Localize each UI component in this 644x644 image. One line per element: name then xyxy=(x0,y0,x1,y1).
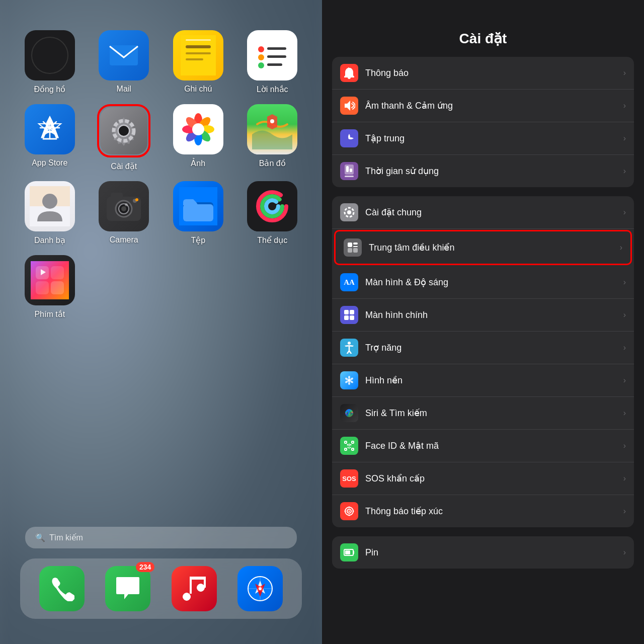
settings-siri[interactable]: Siri & Tìm kiếm › xyxy=(332,397,634,430)
svg-rect-65 xyxy=(51,281,64,294)
dock-phone[interactable] xyxy=(39,566,85,611)
app-shortcuts[interactable]: Phím tắt xyxy=(15,255,85,319)
svg-point-92 xyxy=(348,342,351,345)
settings-battery[interactable]: Pin › xyxy=(332,536,634,569)
svg-point-0 xyxy=(33,38,67,72)
general-icon xyxy=(340,203,358,221)
settings-highlight-border xyxy=(97,104,150,157)
app-clock[interactable]: 12 3 6 9 Đồng hồ xyxy=(15,30,85,94)
siri-label: Siri & Tìm kiếm xyxy=(365,408,623,419)
contact-tracing-chevron: › xyxy=(623,507,626,516)
svg-point-52 xyxy=(125,203,128,206)
settings-faceid[interactable]: Face ID & Mật mã › xyxy=(332,430,634,462)
battery-icon xyxy=(340,543,358,561)
app-files[interactable]: Tệp xyxy=(164,181,233,245)
settings-general[interactable]: Cài đặt chung › xyxy=(332,196,634,229)
settings-controlcenter[interactable]: Trung tâm điều khiển › xyxy=(336,231,630,264)
screentime-icon xyxy=(340,162,358,180)
svg-rect-80 xyxy=(345,176,354,177)
clock-label: Đồng hồ xyxy=(34,85,65,94)
svg-rect-17 xyxy=(186,52,211,54)
svg-point-112 xyxy=(349,515,350,516)
settings-sos[interactable]: SOS SOS khẩn cấp › xyxy=(332,462,634,495)
svg-point-25 xyxy=(258,62,264,68)
app-appstore[interactable]: A A App Store xyxy=(15,104,85,171)
home-content: 12 3 6 9 Đồng hồ Mail xyxy=(0,0,322,644)
settings-group-3: Pin › xyxy=(332,536,634,569)
settings-screentime[interactable]: Thời gian sử dụng › xyxy=(332,155,634,187)
settings-notifications[interactable]: Thông báo › xyxy=(332,57,634,90)
svg-rect-77 xyxy=(345,165,354,175)
svg-point-100 xyxy=(348,411,351,416)
focus-chevron: › xyxy=(623,134,626,143)
mail-icon xyxy=(99,30,149,80)
app-reminders[interactable]: Lời nhắc xyxy=(238,30,307,94)
settings-focus[interactable]: Tập trung › xyxy=(332,122,634,155)
photos-icon xyxy=(173,104,223,154)
settings-accessibility[interactable]: Trợ năng › xyxy=(332,332,634,364)
reminders-icon xyxy=(247,30,297,80)
app-notes[interactable]: Ghi chú xyxy=(164,30,233,94)
settings-homescreen[interactable]: Màn hình chính › xyxy=(332,299,634,332)
svg-rect-22 xyxy=(267,47,286,50)
app-mail[interactable]: Mail xyxy=(90,30,159,94)
svg-point-110 xyxy=(349,511,350,512)
fitness-label: Thể dục xyxy=(257,235,287,245)
homescreen-icon xyxy=(340,306,358,324)
svg-rect-63 xyxy=(51,266,64,279)
svg-text:3: 3 xyxy=(61,53,63,58)
svg-rect-89 xyxy=(350,310,354,314)
svg-rect-102 xyxy=(352,441,354,443)
app-camera[interactable]: Camera xyxy=(90,181,159,245)
app-photos[interactable]: Ảnh xyxy=(164,104,233,171)
app-settings[interactable]: Cài đặt xyxy=(90,104,159,171)
notifications-icon xyxy=(340,64,358,82)
svg-point-42 xyxy=(270,119,274,123)
dock-messages[interactable]: 234 xyxy=(105,566,150,611)
faceid-icon xyxy=(340,437,358,455)
svg-rect-103 xyxy=(345,448,347,450)
contacts-label: Danh bạ xyxy=(34,235,65,245)
settings-contact-tracing[interactable]: Thông báo tiếp xúc › xyxy=(332,495,634,527)
faceid-chevron: › xyxy=(623,441,626,450)
wallpaper-chevron: › xyxy=(623,376,626,385)
homescreen-label: Màn hình chính xyxy=(365,310,623,320)
battery-chevron: › xyxy=(623,548,626,557)
battery-label: Pin xyxy=(365,547,623,558)
sounds-label: Âm thanh & Cảm ứng xyxy=(365,100,623,111)
appstore-icon: A A xyxy=(25,104,75,154)
settings-title: Cài đặt xyxy=(459,31,507,46)
search-icon: 🔍 xyxy=(35,533,45,542)
settings-wallpaper[interactable]: Hình nền › xyxy=(332,364,634,397)
wallpaper-icon xyxy=(340,371,358,389)
settings-sounds[interactable]: Âm thanh & Cảm ứng › xyxy=(332,90,634,122)
dock-safari[interactable] xyxy=(237,566,283,611)
svg-rect-47 xyxy=(111,193,123,199)
svg-rect-116 xyxy=(345,550,350,554)
notes-icon xyxy=(173,30,223,80)
svg-text:12: 12 xyxy=(47,41,52,46)
svg-point-45 xyxy=(42,194,57,209)
svg-point-75 xyxy=(259,587,262,590)
app-maps[interactable]: Bản đồ xyxy=(238,104,307,171)
settings-display[interactable]: AA Màn hình & Độ sáng › xyxy=(332,266,634,299)
svg-rect-14 xyxy=(110,45,138,65)
general-chevron: › xyxy=(623,208,626,217)
appstore-label: App Store xyxy=(32,158,67,168)
accessibility-chevron: › xyxy=(623,343,626,352)
svg-point-23 xyxy=(258,54,264,60)
settings-header: Cài đặt xyxy=(322,0,644,57)
files-icon xyxy=(173,181,223,231)
search-bar[interactable]: 🔍 Tìm kiếm xyxy=(25,527,297,548)
svg-rect-90 xyxy=(344,315,349,320)
reminders-label: Lời nhắc xyxy=(257,85,288,94)
clock-icon: 12 3 6 9 xyxy=(25,30,75,80)
general-label: Cài đặt chung xyxy=(365,207,623,218)
svg-rect-18 xyxy=(186,58,203,60)
svg-point-111 xyxy=(349,507,350,508)
app-fitness[interactable]: Thể dục xyxy=(238,181,307,245)
svg-rect-19 xyxy=(186,39,211,41)
app-contacts[interactable]: Danh bạ xyxy=(15,181,85,245)
dock-music[interactable] xyxy=(172,566,217,611)
svg-point-53 xyxy=(135,198,138,201)
